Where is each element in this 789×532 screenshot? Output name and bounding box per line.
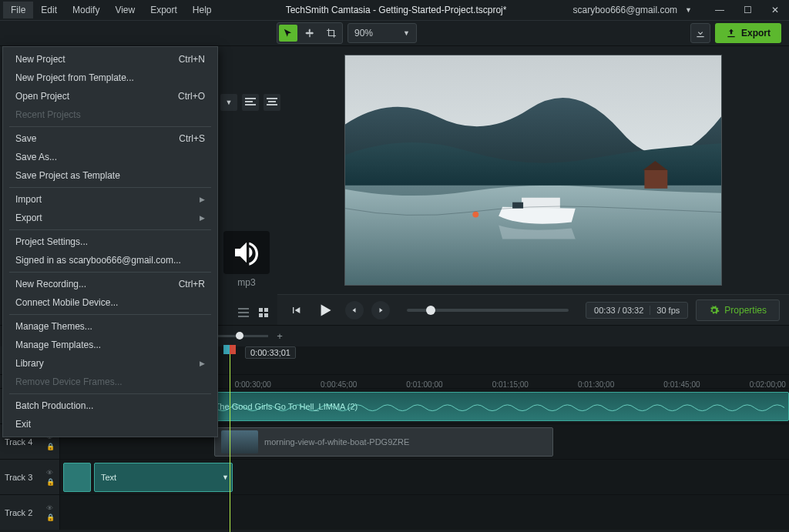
step-back-button[interactable] <box>287 301 305 320</box>
menu-file[interactable]: File <box>3 2 33 18</box>
clip-video[interactable]: morning-view-of-white-boat-PDG9ZRE <box>214 427 553 457</box>
menu-help[interactable]: Help <box>185 2 220 18</box>
svg-rect-1 <box>238 312 249 313</box>
mi-open-project[interactable]: Open ProjectCtrl+O <box>3 87 217 105</box>
mi-save-template[interactable]: Save Project as Template <box>3 166 217 185</box>
media-bin-item[interactable]: mp3 <box>223 231 270 288</box>
playback-time: 00:33 / 03:32 30 fps <box>586 302 688 319</box>
maximize-button[interactable]: ☐ <box>737 2 758 18</box>
svg-rect-9 <box>644 170 667 189</box>
align-left-icon[interactable] <box>242 94 259 111</box>
playback-bar: 00:33 / 03:32 30 fps Properties <box>277 294 789 325</box>
playhead-timecode: 0:00:33;01 <box>245 346 296 359</box>
playhead[interactable] <box>230 346 230 532</box>
minimize-button[interactable]: — <box>709 2 730 18</box>
audio-icon <box>223 231 270 274</box>
pan-button[interactable] <box>300 25 319 42</box>
menubar: File Edit Modify View Export Help <box>3 2 220 18</box>
canvas-preview[interactable] <box>344 55 722 286</box>
track-head-2[interactable]: Track 2👁🔒 <box>0 495 60 530</box>
svg-rect-6 <box>264 313 268 317</box>
mi-library[interactable]: Library▶ <box>3 354 217 373</box>
svg-rect-2 <box>238 316 249 317</box>
chevron-right-icon: ▶ <box>200 196 205 203</box>
user-email[interactable]: scaryboo666@gmail.com <box>573 5 678 15</box>
svg-rect-4 <box>264 308 268 312</box>
media-sort-dropdown[interactable]: ▼ <box>220 94 237 111</box>
mi-save-as[interactable]: Save As... <box>3 148 217 166</box>
close-button[interactable]: ✕ <box>764 2 786 18</box>
menu-modify[interactable]: Modify <box>65 2 107 18</box>
playback-scrubber[interactable] <box>407 309 569 312</box>
svg-rect-0 <box>238 308 249 309</box>
gear-icon <box>709 305 720 316</box>
mi-new-project[interactable]: New ProjectCtrl+N <box>3 50 217 69</box>
prev-frame-button[interactable] <box>345 301 364 320</box>
svg-rect-3 <box>259 308 263 312</box>
timeline-zoom-in-button[interactable]: + <box>273 330 287 343</box>
export-button[interactable]: Export <box>715 23 781 43</box>
clip-thumbnail <box>221 430 258 453</box>
properties-button[interactable]: Properties <box>696 299 780 321</box>
mi-manage-themes[interactable]: Manage Themes... <box>3 317 217 336</box>
mi-import[interactable]: Import▶ <box>3 190 217 209</box>
chevron-down-icon: ▼ <box>403 29 410 37</box>
view-grid-icon[interactable] <box>256 305 271 320</box>
svg-point-13 <box>472 212 478 218</box>
mi-connect-mobile[interactable]: Connect Mobile Device... <box>3 293 217 312</box>
menu-edit[interactable]: Edit <box>33 2 65 18</box>
chevron-right-icon: ▶ <box>200 214 205 222</box>
canvas-tools <box>277 22 343 44</box>
media-bin-panel: New ProjectCtrl+N New Project from Templ… <box>0 46 277 325</box>
lock-icon[interactable]: 🔒 <box>46 514 55 521</box>
chevron-right-icon: ▶ <box>200 360 205 367</box>
window-title: TechSmith Camtasia - Getting-Started-Pro… <box>220 5 573 15</box>
titlebar: File Edit Modify View Export Help TechSm… <box>0 0 789 20</box>
menu-export[interactable]: Export <box>143 2 185 18</box>
align-center-icon[interactable] <box>264 94 280 111</box>
track-head-3[interactable]: Track 3👁🔒 <box>0 460 60 494</box>
next-frame-button[interactable] <box>371 301 390 320</box>
user-dropdown-icon[interactable]: ▼ <box>685 6 692 14</box>
mi-recent-projects: Recent Projects <box>3 105 217 124</box>
svg-rect-11 <box>522 198 560 209</box>
svg-rect-12 <box>512 202 523 209</box>
mi-batch-production[interactable]: Batch Production... <box>3 396 217 415</box>
mi-manage-templates[interactable]: Manage Templates... <box>3 336 217 354</box>
mi-remove-device-frames: Remove Device Frames... <box>3 373 217 391</box>
mi-new-from-template[interactable]: New Project from Template... <box>3 69 217 87</box>
clip-small-1[interactable] <box>63 463 91 492</box>
lock-icon[interactable]: 🔒 <box>46 443 55 450</box>
play-button[interactable] <box>313 298 337 323</box>
mi-exit[interactable]: Exit <box>3 415 217 433</box>
svg-rect-7 <box>345 55 721 178</box>
top-toolbar: 90% ▼ Export <box>0 20 789 46</box>
svg-rect-8 <box>345 186 721 285</box>
mi-save[interactable]: SaveCtrl+S <box>3 129 217 148</box>
mi-new-recording[interactable]: New Recording...Ctrl+R <box>3 275 217 293</box>
upload-icon <box>726 28 737 38</box>
edit-mode-button[interactable] <box>279 25 297 42</box>
svg-marker-10 <box>643 161 667 170</box>
canvas-zoom[interactable]: 90% ▼ <box>347 23 417 43</box>
view-list-icon[interactable] <box>236 305 251 320</box>
svg-rect-5 <box>259 313 263 317</box>
clip-text[interactable]: Text▼ <box>94 463 233 492</box>
crop-button[interactable] <box>322 25 341 42</box>
lock-icon[interactable]: 🔒 <box>46 478 55 486</box>
mi-export-sub[interactable]: Export▶ <box>3 209 217 227</box>
menu-view[interactable]: View <box>107 2 143 18</box>
eye-icon[interactable]: 👁 <box>46 469 55 477</box>
eye-icon[interactable]: 👁 <box>46 504 55 512</box>
mi-signed-in[interactable]: Signed in as scaryboo666@gmail.com... <box>3 251 217 269</box>
file-menu-dropdown: New ProjectCtrl+N New Project from Templ… <box>2 46 218 437</box>
mi-project-settings[interactable]: Project Settings... <box>3 233 217 251</box>
download-button[interactable] <box>690 23 710 43</box>
